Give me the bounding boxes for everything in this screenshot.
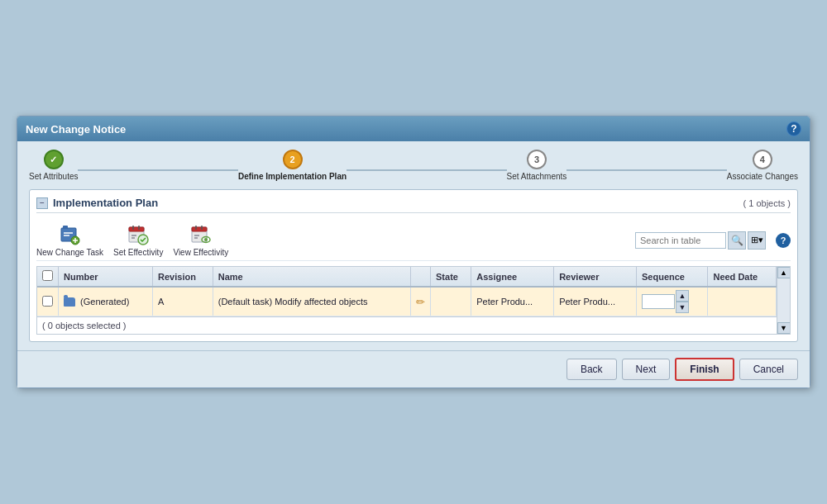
cancel-button[interactable]: Cancel (739, 359, 798, 380)
row-name-cell: (Default task) Modify affected objects (213, 287, 410, 316)
row-edit-cell: ✏ (411, 287, 431, 316)
header-revision: Revision (153, 267, 213, 287)
selection-status: ( 0 objects selected ) (42, 321, 127, 330)
folder-icon (64, 297, 75, 307)
row-need-date-cell (708, 287, 777, 316)
wizard-step-2[interactable]: 2 Define Implementation Plan (238, 150, 347, 181)
task-table: Number Revision Name State Assignee Revi… (37, 267, 777, 316)
section-title: Implementation Plan (53, 197, 158, 209)
finish-button[interactable]: Finish (675, 358, 734, 381)
header-need-date: Need Date (708, 267, 777, 287)
svg-rect-15 (192, 227, 207, 231)
section-header: − Implementation Plan ( 1 objects ) (36, 197, 791, 213)
svg-rect-8 (129, 227, 144, 231)
search-input[interactable] (635, 232, 726, 249)
row-number-cell: (Generated) (59, 287, 153, 316)
step-label-2: Define Implementation Plan (238, 172, 347, 181)
table-container: Number Revision Name State Assignee Revi… (36, 266, 791, 335)
row-number: (Generated) (80, 297, 129, 307)
scroll-up-button[interactable]: ▲ (777, 267, 791, 278)
title-bar: New Change Notice ? (17, 116, 810, 141)
section-title-group: − Implementation Plan (36, 197, 158, 209)
row-reviewer-cell: Peter Produ... (554, 287, 637, 316)
step-line-3-4 (566, 169, 726, 171)
search-button[interactable]: 🔍 (728, 231, 746, 250)
step-line-2-3 (347, 169, 506, 171)
toolbar: New Change Task (36, 220, 791, 261)
object-count: ( 1 objects ) (743, 198, 791, 208)
set-effectivity-label: Set Effectivity (113, 248, 163, 257)
view-effectivity-icon (189, 223, 213, 246)
sequence-control: ▲ ▼ (642, 290, 702, 313)
header-assignee: Assignee (471, 267, 554, 287)
back-button[interactable]: Back (566, 359, 617, 380)
header-name: Name (213, 267, 410, 287)
svg-rect-1 (63, 226, 68, 229)
step-label-3: Set Attachments (507, 172, 567, 181)
title-help-button[interactable]: ? (786, 121, 801, 136)
table-scrollbar[interactable]: ▲ ▼ (777, 267, 790, 334)
status-bar: ( 0 objects selected ) (37, 316, 777, 334)
view-effectivity-button[interactable]: View Effectivity (173, 223, 228, 257)
sequence-down-button[interactable]: ▼ (676, 302, 689, 313)
row-revision: A (158, 297, 164, 307)
wizard-step-1[interactable]: ✓ Set Attributes (29, 150, 78, 181)
row-name: (Default task) Modify affected objects (218, 297, 368, 307)
step-label-4: Associate Changes (727, 172, 798, 181)
new-change-task-label: New Change Task (36, 248, 103, 257)
edit-pencil-icon[interactable]: ✏ (416, 296, 425, 308)
dialog: New Change Notice ? ✓ Set Attributes 2 D… (17, 116, 810, 388)
header-edit (411, 267, 431, 287)
row-checkbox-cell (37, 287, 59, 316)
sequence-input[interactable] (642, 294, 675, 309)
table-row: (Generated) A (Default task) Modify affe… (37, 287, 777, 316)
table-header-row: Number Revision Name State Assignee Revi… (37, 267, 777, 287)
sequence-spinner: ▲ ▼ (676, 290, 689, 313)
config-button[interactable]: ⊞▾ (748, 231, 766, 250)
row-assignee: Peter Produ... (476, 297, 533, 307)
svg-point-21 (204, 238, 208, 241)
set-effectivity-button[interactable]: Set Effectivity (113, 223, 163, 257)
dialog-body: ✓ Set Attributes 2 Define Implementation… (17, 141, 810, 350)
collapse-button[interactable]: − (36, 197, 48, 209)
footer: Back Next Finish Cancel (17, 350, 810, 388)
view-effectivity-label: View Effectivity (173, 248, 228, 257)
step-circle-1: ✓ (44, 150, 64, 169)
wizard-steps: ✓ Set Attributes 2 Define Implementation… (29, 150, 798, 181)
row-revision-cell: A (153, 287, 213, 316)
new-change-task-button[interactable]: New Change Task (36, 223, 103, 257)
row-state-cell (431, 287, 471, 316)
row-reviewer: Peter Produ... (559, 297, 615, 307)
wizard-step-3[interactable]: 3 Set Attachments (507, 150, 567, 181)
row-assignee-cell: Peter Produ... (471, 287, 554, 316)
wizard-step-4[interactable]: 4 Associate Changes (727, 150, 798, 181)
header-sequence: Sequence (637, 267, 708, 287)
table-scroll-area[interactable]: Number Revision Name State Assignee Revi… (37, 267, 777, 334)
scroll-down-button[interactable]: ▼ (777, 322, 791, 334)
next-button[interactable]: Next (622, 359, 671, 380)
search-group: 🔍 ⊞▾ (635, 231, 766, 250)
header-state: State (431, 267, 471, 287)
step-label-1: Set Attributes (29, 172, 78, 181)
step-line-1-2 (78, 169, 237, 171)
dialog-title: New Change Notice (26, 123, 126, 136)
set-effectivity-icon (127, 223, 150, 246)
header-reviewer: Reviewer (554, 267, 637, 287)
header-number: Number (59, 267, 153, 287)
row-checkbox[interactable] (42, 296, 53, 307)
step-circle-4: 4 (753, 150, 772, 169)
select-all-checkbox[interactable] (42, 270, 53, 281)
header-checkbox-col (37, 267, 59, 287)
step-circle-3: 3 (527, 150, 547, 169)
new-change-task-icon (58, 223, 81, 246)
content-area: − Implementation Plan ( 1 objects ) (29, 189, 798, 342)
step-circle-2: 2 (283, 150, 303, 169)
toolbar-help-button[interactable]: ? (776, 233, 791, 248)
sequence-up-button[interactable]: ▲ (676, 290, 689, 302)
row-sequence-cell: ▲ ▼ (637, 287, 708, 316)
